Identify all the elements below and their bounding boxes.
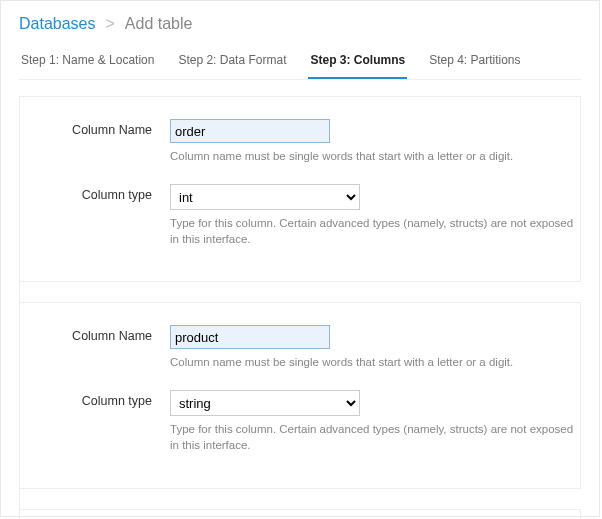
column-type-label: Column type [20,184,170,202]
columns-list: Column Name Column name must be single w… [19,96,581,519]
column-name-input[interactable] [170,119,330,143]
wizard-tabs: Step 1: Name & Location Step 2: Data For… [19,47,581,80]
column-card: Column Name Column name must be single w… [20,509,581,519]
column-name-label: Column Name [20,119,170,137]
column-name-input[interactable] [170,325,330,349]
column-name-hint: Column name must be single words that st… [170,354,580,370]
breadcrumb-separator: > [106,15,115,33]
column-name-label: Column Name [20,325,170,343]
column-type-label: Column type [20,390,170,408]
tab-step-3[interactable]: Step 3: Columns [308,47,407,79]
tab-step-1[interactable]: Step 1: Name & Location [19,47,156,79]
tab-step-2[interactable]: Step 2: Data Format [176,47,288,79]
column-card: Column Name Column name must be single w… [20,302,581,488]
breadcrumb-current: Add table [125,15,193,33]
tab-step-4[interactable]: Step 4: Partitions [427,47,522,79]
column-type-select[interactable]: string [170,390,360,416]
breadcrumb: Databases > Add table [19,15,581,33]
column-type-select[interactable]: int [170,184,360,210]
column-name-hint: Column name must be single words that st… [170,148,580,164]
column-card: Column Name Column name must be single w… [20,96,581,282]
column-type-hint: Type for this column. Certain advanced t… [170,215,580,247]
add-table-page: Databases > Add table Step 1: Name & Loc… [0,0,600,517]
breadcrumb-databases-link[interactable]: Databases [19,15,96,33]
column-type-hint: Type for this column. Certain advanced t… [170,421,580,453]
